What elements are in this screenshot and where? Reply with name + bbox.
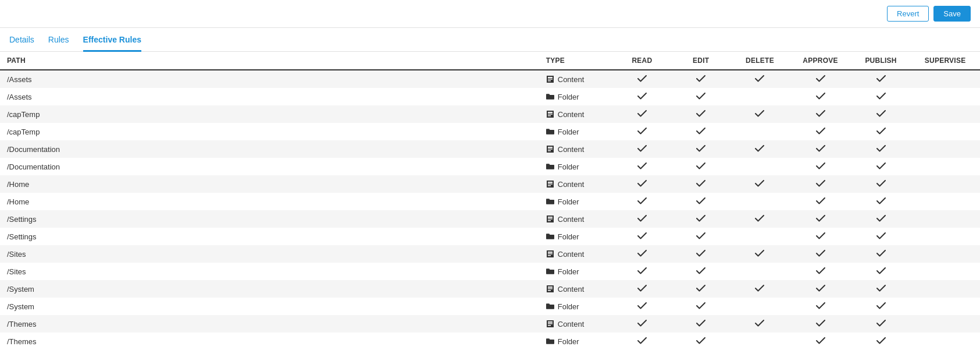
table-row: /System Folder [0, 298, 980, 315]
publish-cell [851, 123, 910, 140]
col-header-delete: DELETE [730, 52, 789, 70]
delete-cell [730, 158, 789, 175]
read-cell [612, 333, 671, 350]
approve-checkmark [816, 214, 825, 224]
table-row: /Sites Content [0, 245, 980, 263]
svg-rect-25 [548, 287, 553, 288]
type-label: Folder [558, 197, 579, 206]
path-cell: /capTemp [0, 105, 539, 123]
delete-checkmark [755, 179, 764, 189]
type-cell: Content [539, 210, 613, 228]
publish-cell [851, 193, 910, 210]
publish-cell [851, 70, 910, 88]
read-checkmark [637, 284, 647, 294]
type-label: Folder [558, 302, 579, 311]
delete-checkmark [755, 144, 764, 154]
read-checkmark [637, 197, 647, 206]
read-cell [612, 315, 671, 333]
path-cell: /System [0, 280, 539, 298]
path-cell: /Documentation [0, 158, 539, 175]
approve-checkmark [816, 267, 825, 276]
publish-checkmark [876, 302, 886, 311]
col-header-supervise: SUPERVISE [910, 52, 980, 70]
type-cell: Folder [539, 88, 613, 105]
path-cell: /Home [0, 175, 539, 193]
svg-rect-5 [548, 112, 553, 113]
type-cell: Content [539, 280, 613, 298]
svg-rect-3 [548, 80, 551, 82]
read-cell [612, 193, 671, 210]
svg-rect-2 [548, 79, 553, 80]
svg-rect-7 [548, 115, 551, 116]
read-checkmark [637, 75, 647, 84]
approve-cell [789, 193, 851, 210]
delete-cell [730, 140, 789, 158]
publish-cell [851, 280, 910, 298]
delete-cell [730, 228, 789, 245]
tab-rules[interactable]: Rules [48, 28, 69, 52]
read-checkmark [637, 144, 647, 154]
type-label: Content [558, 320, 585, 328]
publish-checkmark [876, 144, 886, 154]
revert-button[interactable]: Revert [887, 6, 929, 22]
approve-checkmark [816, 302, 825, 311]
svg-rect-27 [548, 290, 551, 291]
publish-cell [851, 210, 910, 228]
table-row: /Home Folder [0, 193, 980, 210]
svg-rect-19 [548, 220, 551, 221]
tab-bar: Details Rules Effective Rules [0, 28, 980, 52]
read-cell [612, 298, 671, 315]
edit-cell [672, 158, 730, 175]
read-cell [612, 123, 671, 140]
col-header-publish: PUBLISH [851, 52, 910, 70]
svg-rect-30 [548, 323, 553, 324]
path-cell: /Themes [0, 315, 539, 333]
supervise-cell [910, 245, 980, 263]
svg-rect-1 [548, 77, 553, 78]
read-checkmark [637, 267, 647, 276]
approve-checkmark [816, 284, 825, 294]
publish-checkmark [876, 162, 886, 171]
edit-cell [672, 123, 730, 140]
path-cell: /capTemp [0, 123, 539, 140]
type-cell: Content [539, 315, 613, 333]
read-checkmark [637, 127, 647, 136]
read-cell [612, 280, 671, 298]
type-label: Content [558, 110, 585, 119]
publish-checkmark [876, 319, 886, 328]
table-row: /Documentation Folder [0, 158, 980, 175]
delete-cell [730, 315, 789, 333]
type-cell: Folder [539, 228, 613, 245]
delete-checkmark [755, 249, 764, 259]
svg-rect-9 [548, 147, 553, 148]
type-label: Content [558, 75, 585, 84]
read-cell [612, 228, 671, 245]
read-cell [612, 175, 671, 193]
col-header-read: READ [612, 52, 671, 70]
publish-checkmark [876, 92, 886, 101]
approve-cell [789, 210, 851, 228]
supervise-cell [910, 175, 980, 193]
save-button[interactable]: Save [933, 6, 971, 22]
approve-cell [789, 140, 851, 158]
supervise-cell [910, 88, 980, 105]
type-cell: Folder [539, 193, 613, 210]
publish-cell [851, 315, 910, 333]
svg-rect-21 [548, 252, 553, 253]
publish-cell [851, 298, 910, 315]
tab-details[interactable]: Details [9, 28, 34, 52]
edit-cell [672, 88, 730, 105]
col-header-approve: APPROVE [789, 52, 851, 70]
path-cell: /Home [0, 193, 539, 210]
col-header-path: PATH [0, 52, 539, 70]
tab-effective-rules[interactable]: Effective Rules [83, 28, 141, 52]
delete-cell [730, 88, 789, 105]
svg-rect-31 [548, 325, 551, 326]
delete-checkmark [755, 284, 764, 294]
type-label: Content [558, 250, 585, 259]
supervise-cell [910, 105, 980, 123]
content-icon [546, 180, 554, 188]
table-row: /capTemp Content [0, 105, 980, 123]
folder-icon [546, 303, 554, 310]
publish-checkmark [876, 214, 886, 224]
